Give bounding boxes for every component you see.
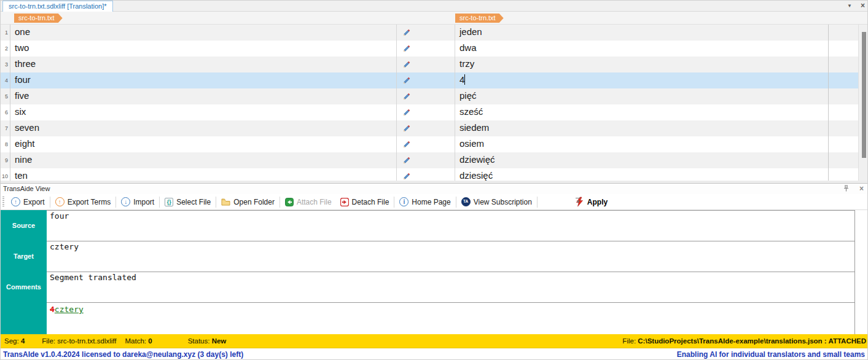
view-subscription-button-label: View Subscription — [474, 198, 532, 206]
target-cell[interactable]: sześć — [455, 104, 829, 120]
fields-area: four cztery Segment translated 4cztery — [47, 210, 855, 334]
pencil-draft-icon — [402, 60, 411, 68]
open-folder-button-label: Open Folder — [233, 198, 275, 206]
table-row[interactable]: 8 eight osiem — [1, 136, 858, 152]
target-cell[interactable]: dziesięć — [455, 168, 829, 181]
toolbar-separator — [456, 197, 456, 208]
target-text: trzy — [459, 58, 474, 69]
source-cell[interactable]: three — [10, 57, 397, 72]
source-field[interactable]: four — [47, 211, 854, 241]
view-subscription-button[interactable]: TA View Subscription — [457, 195, 536, 209]
target-field-label: Target — [1, 241, 47, 272]
pin-icon[interactable] — [843, 185, 850, 192]
detach-file-button[interactable]: Detach File — [336, 195, 394, 209]
row-margin-cell — [829, 72, 858, 88]
row-margin-cell — [829, 57, 858, 72]
target-cell[interactable]: pięć — [455, 88, 829, 104]
pencil-draft-icon — [402, 155, 411, 164]
target-field[interactable]: cztery — [47, 241, 854, 272]
open-folder-button[interactable]: Open Folder — [217, 195, 279, 209]
scrollbar-thumb[interactable] — [862, 32, 866, 158]
toolbar-grip[interactable] — [2, 197, 4, 208]
target-cell[interactable]: siedem — [455, 120, 829, 136]
vertical-scrollbar[interactable] — [858, 25, 868, 181]
target-text: sześć — [459, 106, 483, 117]
source-cell[interactable]: seven — [10, 120, 397, 136]
status-cell — [397, 57, 455, 72]
table-row-selected[interactable]: 4 four 4 — [1, 72, 858, 88]
tagline-text: Enabling AI for individual translators a… — [677, 350, 865, 359]
toolbar-separator — [159, 197, 160, 208]
pencil-draft-icon — [402, 76, 411, 84]
toolbar-separator — [115, 197, 116, 208]
source-cell[interactable]: six — [10, 104, 397, 120]
license-footer: TransAIde v1.0.4.2024 licensed to dareka… — [1, 348, 868, 360]
segment-status: Seg: 4 — [4, 337, 25, 345]
app-window: src-to-trn.txt.sdlxliff [Translation]* ▼… — [0, 0, 868, 360]
license-text: TransAIde v1.0.4.2024 licensed to dareka… — [3, 350, 243, 359]
attached-file-status: File: C:\StudioProjects\TransAIde-exampl… — [622, 337, 866, 345]
status-bar: Seg: 4 File: src-to-trn.txt.sdlxliff Mat… — [1, 334, 868, 348]
target-text: jeden — [459, 26, 482, 37]
import-button[interactable]: ↓ Import — [117, 195, 158, 209]
table-row[interactable]: 3 three trzy — [1, 57, 858, 72]
source-cell[interactable]: two — [10, 41, 397, 57]
table-row[interactable]: 7 seven siedem — [1, 120, 858, 136]
table-row[interactable]: 9 nine dziewięć — [1, 152, 858, 168]
segment-rows: 1 one jeden 2 two dwa 3 three trzy — [1, 25, 868, 181]
diff-preview-line: 4cztery — [47, 303, 854, 334]
source-cell[interactable]: four — [10, 72, 397, 88]
target-cell-editing[interactable]: 4 — [455, 72, 829, 88]
target-cell[interactable]: jeden — [455, 25, 829, 41]
table-row[interactable]: 2 two dwa — [1, 41, 858, 57]
select-file-button[interactable]: {} Select File — [160, 195, 215, 209]
source-cell[interactable]: nine — [10, 152, 397, 168]
segment-number: 7 — [1, 120, 10, 136]
close-panel-icon[interactable]: × — [859, 184, 864, 193]
home-page-button-label: Home Page — [412, 198, 450, 206]
table-row[interactable]: 5 five pięć — [1, 88, 858, 104]
source-file-badge: src-to-trn.txt — [14, 14, 63, 23]
pencil-draft-icon — [402, 139, 411, 148]
target-cell[interactable]: dziewięć — [455, 152, 829, 168]
attach-file-button[interactable]: Attach File — [281, 195, 336, 209]
toolbar-separator — [280, 197, 280, 208]
export-terms-up-arrow-icon: ↑ — [55, 197, 65, 206]
table-row[interactable]: 1 one jeden — [1, 25, 858, 41]
home-page-button[interactable]: i Home Page — [395, 195, 455, 209]
pencil-draft-icon — [402, 92, 411, 100]
toolbar-overflow-icon[interactable]: ▾ — [576, 198, 581, 205]
export-terms-button[interactable]: ↑ Export Terms — [51, 195, 115, 209]
segment-number: 6 — [1, 104, 10, 120]
comments-field[interactable]: Segment translated — [47, 272, 854, 303]
close-document-icon[interactable]: × — [861, 1, 865, 11]
status-cell — [397, 136, 455, 152]
source-cell[interactable]: ten — [10, 168, 397, 181]
import-down-arrow-icon: ↓ — [121, 197, 130, 206]
target-cell[interactable]: trzy — [455, 57, 829, 72]
segment-number: 9 — [1, 152, 10, 168]
document-tab[interactable]: src-to-trn.txt.sdlxliff [Translation]* — [2, 1, 113, 12]
target-text: osiem — [459, 138, 484, 149]
match-status: Match: 0 — [125, 337, 152, 345]
table-row[interactable]: 10 ten dziesięć — [1, 168, 858, 181]
export-button[interactable]: ↑ Export — [7, 195, 49, 209]
detach-file-button-label: Detach File — [352, 198, 389, 206]
row-margin-cell — [829, 88, 858, 104]
toolbar-separator — [216, 197, 216, 208]
apply-button-label: Apply — [587, 198, 608, 206]
target-text: 4 — [459, 74, 464, 85]
toolbar-separator — [394, 197, 394, 208]
segment-number: 4 — [1, 72, 10, 88]
tab-list-dropdown-icon[interactable]: ▼ — [847, 1, 852, 11]
segment-editor: src-to-trn.txt src-to-trn.txt 1 one jede… — [1, 12, 868, 181]
source-cell[interactable]: one — [10, 25, 397, 41]
table-row[interactable]: 6 six sześć — [1, 104, 858, 120]
target-text: dziewięć — [459, 154, 495, 165]
source-cell[interactable]: five — [10, 88, 397, 104]
target-cell[interactable]: dwa — [455, 41, 829, 57]
segment-number: 3 — [1, 57, 10, 72]
toolbar-separator — [50, 197, 50, 208]
source-cell[interactable]: eight — [10, 136, 397, 152]
target-cell[interactable]: osiem — [455, 136, 829, 152]
